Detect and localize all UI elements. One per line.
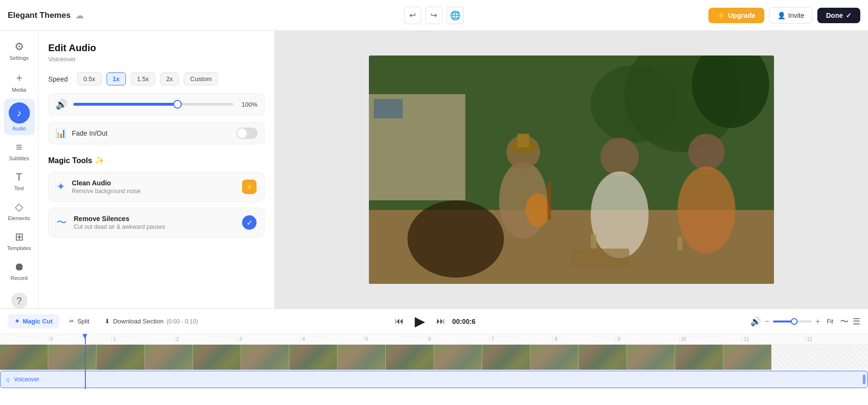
download-section-button[interactable]: ⬇ Download Section (0:00 - 0:10)	[99, 315, 203, 328]
ruler-mark-7: 7	[489, 336, 553, 342]
sidebar-item-media[interactable]: ＋ Media	[4, 67, 35, 97]
timecode: 00:00:6	[452, 318, 475, 325]
upgrade-button[interactable]: ⚡ Upgrade	[708, 8, 764, 23]
waveform-button[interactable]: 〜	[840, 316, 849, 327]
ruler-mark-10: 10	[679, 336, 742, 342]
timeline-area: 0 1 2 3 4 5 6 7 8 9 10 11 12	[0, 334, 868, 405]
redo-button[interactable]: ↪	[425, 7, 443, 24]
film-frame-13	[579, 345, 627, 370]
magic-tools-section-title: Magic Tools ✨	[48, 156, 265, 165]
video-preview	[369, 56, 774, 284]
sidebar-item-templates[interactable]: ⊞ Templates	[4, 227, 35, 255]
ruler-mark-12: 12	[805, 336, 868, 342]
invite-button[interactable]: 👤 Invite	[769, 7, 813, 24]
zoom-thumb	[791, 318, 798, 325]
skip-back-button[interactable]: ⏮	[393, 315, 406, 328]
fade-toggle[interactable]	[236, 127, 258, 139]
ruler-mark-11: 11	[742, 336, 805, 342]
audio-track[interactable]: ♫ Voiceover	[0, 371, 868, 388]
sidebar-label-media: Media	[12, 87, 27, 93]
undo-button[interactable]: ↩	[404, 7, 421, 24]
audio-track-row: ♫ Voiceover	[0, 370, 868, 389]
film-frame-15	[675, 345, 723, 370]
edit-panel-subtitle: Voiceover	[48, 56, 265, 63]
clean-audio-card[interactable]: ✦ Clean Audio Remove background noise ⚡	[48, 172, 265, 202]
ruler-mark-2: 2	[175, 336, 238, 342]
redo-icon: ↪	[431, 11, 437, 20]
audio-track-right-handle[interactable]	[863, 375, 866, 384]
project-title: Elegant Themes	[8, 11, 70, 20]
volume-thumb[interactable]	[173, 100, 182, 109]
main-area: ⚙ Settings ＋ Media ♪ Audio ≡ Subtitles T…	[0, 31, 868, 308]
remove-silences-card[interactable]: 〜 Remove Silences Cut out dead air & awk…	[48, 208, 265, 237]
speed-custom-button[interactable]: Custom	[184, 72, 218, 85]
magic-cut-button[interactable]: ✦ Magic Cut	[8, 314, 59, 328]
magic-tools-icon: ✨	[95, 156, 105, 165]
sidebar-item-audio[interactable]: ♪ Audio	[4, 98, 35, 135]
svg-point-14	[600, 138, 639, 176]
sidebar-item-record[interactable]: ⏺ Record	[4, 257, 35, 285]
film-frame-12	[530, 345, 579, 370]
svg-point-17	[678, 167, 735, 253]
split-label: Split	[77, 318, 89, 325]
audio-icon: ♪	[17, 108, 22, 119]
sidebar-item-settings[interactable]: ⚙ Settings	[4, 37, 35, 65]
fit-button[interactable]: Fit	[824, 316, 836, 327]
speed-1.5x-button[interactable]: 1.5x	[131, 72, 155, 85]
clean-audio-title: Clean Audio	[72, 179, 235, 187]
film-frame-5	[193, 345, 241, 370]
split-button[interactable]: ✂ Split	[63, 315, 95, 328]
sidebar-label-settings: Settings	[10, 55, 29, 61]
done-button[interactable]: Done ✓	[817, 8, 860, 23]
film-frame-18	[820, 345, 868, 370]
sidebar-label-text: Text	[14, 185, 24, 191]
skip-forward-button[interactable]: ⏭	[434, 315, 448, 328]
svg-rect-4	[374, 99, 403, 118]
remove-silences-desc: Cut out dead air & awkward pauses	[74, 223, 235, 230]
svg-rect-19	[678, 237, 682, 250]
video-placeholder	[369, 56, 774, 284]
sidebar-item-subtitles[interactable]: ≡ Subtitles	[4, 137, 35, 165]
volume-slider[interactable]	[73, 103, 233, 106]
svg-rect-20	[571, 249, 629, 268]
film-frame-9	[386, 345, 434, 370]
timeline-tracks: ♫ Voiceover	[0, 345, 868, 389]
ruler-marks: 0 1 2 3 4 5 6 7 8 9 10 11 12	[48, 336, 868, 342]
play-button[interactable]: ▶	[411, 312, 429, 331]
play-icon: ▶	[415, 313, 425, 329]
fit-label: Fit	[827, 318, 833, 325]
topbar-right: ⚡ Upgrade 👤 Invite Done ✓	[580, 7, 860, 24]
video-track	[0, 345, 868, 370]
timeline-ruler: 0 1 2 3 4 5 6 7 8 9 10 11 12	[0, 334, 868, 345]
zoom-slider[interactable]	[773, 321, 812, 322]
language-button[interactable]: 🌐	[447, 7, 464, 24]
remove-silences-icon: 〜	[56, 215, 67, 230]
ruler-mark-6: 6	[427, 336, 490, 342]
svg-point-15	[591, 171, 649, 258]
playback-volume-icon: 🔊	[750, 316, 761, 327]
speed-2x-button[interactable]: 2x	[160, 72, 179, 85]
speed-label: Speed	[48, 75, 72, 83]
cloud-icon: ☁	[75, 10, 84, 21]
speed-1x-button[interactable]: 1x	[107, 72, 126, 85]
sidebar-item-help[interactable]: ?	[4, 289, 35, 308]
svg-point-2	[407, 200, 504, 278]
zoom-out-button[interactable]: −	[765, 317, 769, 326]
timeline-settings-button[interactable]: ☰	[853, 316, 860, 327]
volume-row: 🔊 100%	[48, 93, 265, 115]
sidebar-item-text[interactable]: T Text	[4, 167, 35, 195]
speed-0.5x-button[interactable]: 0.5x	[77, 72, 102, 85]
ruler-mark-4: 4	[300, 336, 364, 342]
undo-icon: ↩	[409, 11, 416, 20]
sidebar-item-elements[interactable]: ◇ Elements	[4, 197, 35, 225]
zoom-in-button[interactable]: +	[815, 317, 820, 326]
sidebar-label-record: Record	[11, 275, 27, 281]
volume-percentage: 100%	[239, 101, 258, 108]
svg-point-7	[591, 65, 678, 142]
download-label: Download Section	[113, 318, 163, 325]
templates-icon: ⊞	[15, 231, 24, 243]
bottom-area: ✦ Magic Cut ✂ Split ⬇ Download Section (…	[0, 308, 868, 405]
speed-row: Speed 0.5x 1x 1.5x 2x Custom	[48, 72, 265, 85]
svg-rect-13	[547, 181, 551, 220]
topbar-center: ↩ ↪ 🌐	[294, 7, 574, 24]
